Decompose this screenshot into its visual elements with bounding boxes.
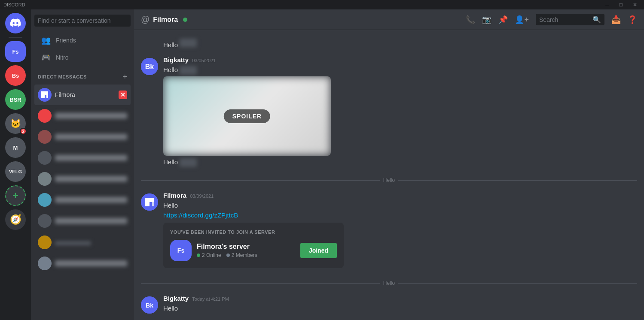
header-actions: 📞 📷 📌 👤+ 🔍 📥 ❓	[466, 14, 637, 25]
dm-search-input[interactable]	[34, 15, 131, 27]
dm-section-title: DIRECT MESSAGES	[38, 74, 87, 79]
filmora-name: Filmora	[55, 91, 119, 98]
invite-server-info: Filmora's server 2 Online 2 Members	[197, 243, 295, 258]
bigkatty-today-header: Bigkatty Today at 4:21 PM	[163, 295, 637, 302]
server-icon-m[interactable]: M	[5, 137, 26, 158]
filmora-msg-header: Filmora 03/09/2021	[163, 192, 637, 199]
blurred-name-3	[55, 155, 127, 161]
titlebar: DISCORD ─ □ ✕	[0, 0, 644, 9]
dm-section-header: DIRECT MESSAGES +	[34, 73, 131, 81]
server-icon-cat-wrapper: 🐱 2	[5, 113, 26, 134]
blurred-name-8	[55, 260, 127, 266]
blurred-avatar-3	[38, 151, 52, 165]
pin-btn[interactable]: 📌	[498, 15, 508, 24]
online-indicator	[183, 18, 187, 22]
nitro-label: Nitro	[56, 54, 69, 61]
friends-label: Friends	[56, 37, 76, 44]
message-group-top: Hello	[134, 37, 644, 51]
add-server-btn[interactable]: +	[5, 185, 26, 206]
server-icon-home[interactable]	[5, 13, 26, 33]
blurred-name-5	[55, 197, 127, 203]
dm-item-blurred-3[interactable]	[34, 148, 131, 168]
blurred-name-6	[55, 218, 127, 224]
add-dm-btn[interactable]: +	[122, 73, 127, 81]
server-icon-velg[interactable]: VELG	[5, 161, 26, 182]
bigkatty-avatar: Bk	[141, 58, 158, 75]
explore-btn[interactable]: 🧭	[5, 209, 26, 230]
blurred-avatar-5	[38, 193, 52, 207]
spoiler-image[interactable]: SPOILER	[163, 76, 331, 156]
blurred-avatar-8	[38, 257, 52, 270]
dm-item-blurred-5[interactable]	[34, 190, 131, 210]
divider-text-march13: Hello	[383, 280, 395, 286]
divider-line-right	[398, 180, 637, 181]
dm-sidebar: 👥 Friends 🎮 Nitro DIRECT MESSAGES + Film…	[31, 9, 134, 320]
svg-text:Bk: Bk	[146, 302, 153, 309]
invite-link[interactable]: https://discord.gg/zZPjttcB	[163, 211, 238, 219]
bigkatty-timestamp: 03/05/2021	[192, 58, 216, 63]
online-dot	[197, 254, 200, 257]
filmora-msg-avatar	[141, 193, 158, 211]
msg-text-blurred-top	[180, 39, 197, 47]
blurred-avatar-7	[38, 235, 52, 249]
maximize-btn[interactable]: □	[616, 2, 626, 8]
server-icon-bsr[interactable]: BSR	[5, 89, 26, 110]
bigkatty-blurred-2	[180, 158, 197, 167]
header-search: 🔍	[536, 14, 604, 25]
dm-item-blurred-7[interactable]	[34, 232, 131, 253]
dm-item-blurred-6[interactable]	[34, 211, 131, 231]
server-icon-fs[interactable]: Fs	[5, 41, 26, 62]
bigkatty-msg-content: Bigkatty 03/05/2021 Hello SPOILER Hello	[163, 56, 637, 169]
minimize-btn[interactable]: ─	[602, 2, 613, 8]
online-stat: 2 Online	[197, 252, 221, 258]
invite-card-header: YOU'VE BEEN INVITED TO JOIN A SERVER	[170, 229, 337, 235]
invite-server-stats: 2 Online 2 Members	[197, 252, 295, 258]
window-controls: ─ □ ✕	[602, 2, 641, 8]
dm-item-blurred-2[interactable]	[34, 127, 131, 147]
blurred-avatar-1	[38, 109, 52, 123]
server-icon-fs-wrapper: Fs	[5, 41, 26, 62]
bigkatty-author: Bigkatty	[163, 56, 189, 63]
dm-item-filmora[interactable]: Filmora ✕	[34, 85, 131, 105]
blurred-avatar-4	[38, 172, 52, 186]
add-friend-btn[interactable]: 👤+	[515, 15, 529, 24]
dm-item-blurred-4[interactable]	[34, 169, 131, 189]
divider-line-left-2	[141, 283, 380, 284]
blurred-avatar-6	[38, 214, 52, 228]
msg-content-top: Hello	[163, 39, 637, 49]
bigkatty-today-author: Bigkatty	[163, 295, 189, 302]
spoiler-label: SPOILER	[224, 109, 270, 123]
inbox-btn[interactable]: 📥	[611, 15, 621, 24]
server-divider	[9, 37, 22, 38]
server-icon-bs[interactable]: Bs	[5, 65, 26, 86]
close-dm-btn[interactable]: ✕	[119, 91, 127, 99]
message-group-bigkatty: Bk Bigkatty 03/05/2021 Hello SPOILER Hel…	[134, 51, 644, 170]
svg-text:Bk: Bk	[145, 63, 154, 70]
join-server-btn[interactable]: Joined	[300, 243, 337, 258]
at-sign-icon: @	[141, 15, 150, 24]
nitro-icon: 🎮	[41, 53, 51, 62]
search-input[interactable]	[539, 16, 590, 23]
help-btn[interactable]: ❓	[628, 15, 637, 24]
phone-btn[interactable]: 📞	[466, 15, 475, 24]
server-icon-bsr-wrapper: BSR	[5, 89, 26, 110]
dm-section: DIRECT MESSAGES +	[31, 66, 134, 84]
message-group-filmora: Filmora 03/09/2021 Hello https://discord…	[134, 190, 644, 273]
close-btn[interactable]: ✕	[629, 2, 641, 8]
svg-marker-1	[45, 91, 48, 98]
dm-item-blurred-1[interactable]	[34, 106, 131, 126]
date-divider-march9: Hello	[134, 174, 644, 187]
video-btn[interactable]: 📷	[482, 15, 491, 24]
bigkatty-today-avatar: Bk	[141, 296, 158, 314]
friends-icon: 👥	[41, 36, 51, 45]
nav-friends[interactable]: 👥 Friends	[34, 32, 131, 48]
blurred-name-4	[55, 176, 127, 182]
member-dot	[226, 254, 230, 257]
dm-item-blurred-8[interactable]	[34, 253, 131, 274]
notification-badge: 2	[20, 128, 27, 135]
nav-nitro[interactable]: 🎮 Nitro	[34, 49, 131, 66]
messages-list: Hello Bk Bigkatty 03/05/2021	[134, 30, 644, 320]
chat-header-name: Filmora	[153, 16, 178, 24]
bigkatty-after-text: Hello	[163, 157, 637, 167]
server-sidebar: Fs Bs BSR 🐱 2 M VELG + 🧭	[0, 9, 31, 320]
